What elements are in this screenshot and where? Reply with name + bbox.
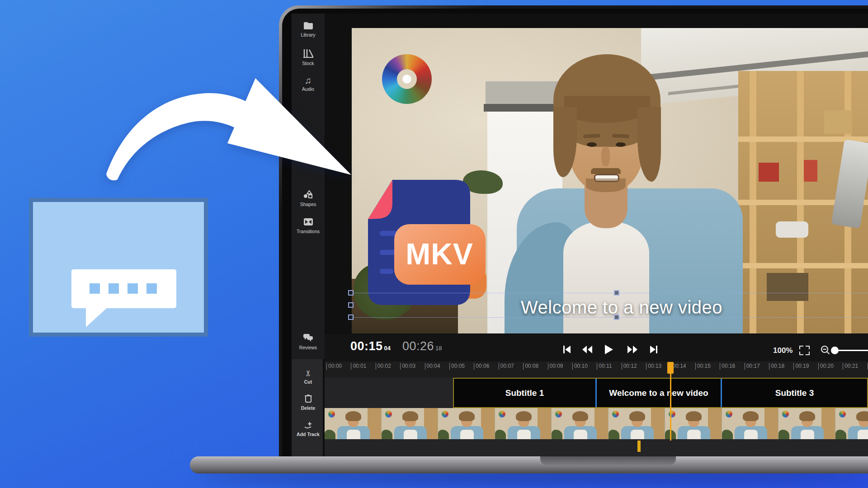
tool-cut[interactable]: ✂ Cut xyxy=(292,368,325,385)
thumb-tshirt xyxy=(574,430,587,439)
thumb-tshirt xyxy=(631,430,644,439)
thumb-color-wheel xyxy=(726,411,732,418)
video-thumbnail[interactable] xyxy=(722,408,779,439)
trash-icon xyxy=(305,394,312,403)
thumb-color-wheel xyxy=(555,411,562,418)
subtitle-clip[interactable]: Welcome to a new video xyxy=(595,379,722,407)
video-track-thumbnails[interactable] xyxy=(325,408,868,439)
selection-handle[interactable] xyxy=(348,302,354,308)
shelf xyxy=(738,263,868,268)
caption-overlay-text[interactable]: Welcome to a new video xyxy=(509,297,735,318)
selection-handle[interactable] xyxy=(614,290,619,296)
video-thumbnail[interactable] xyxy=(495,408,552,439)
shelf-item xyxy=(767,273,808,301)
thumb-color-wheel xyxy=(385,411,392,418)
laptop-base xyxy=(190,456,868,474)
preview-zoom-level[interactable]: 100% xyxy=(773,346,793,355)
thumb-tshirt xyxy=(744,430,758,439)
shelf-item xyxy=(759,163,779,182)
thumb-tshirt xyxy=(404,430,417,439)
eye xyxy=(587,142,597,147)
bookshelf-icon xyxy=(303,49,314,58)
playhead-line[interactable] xyxy=(670,362,671,441)
sidebar-item-label: Reviews xyxy=(292,345,325,350)
thumb-color-wheel xyxy=(442,411,448,418)
video-thumbnail[interactable] xyxy=(438,408,495,439)
sidebar-item-library[interactable]: Library xyxy=(292,22,325,38)
thumb-hair xyxy=(629,411,645,421)
timeline-zoom-slider-track[interactable] xyxy=(835,350,868,351)
thumb-tshirt xyxy=(347,430,360,439)
current-time: 00:15 xyxy=(350,339,383,353)
selection-handle[interactable] xyxy=(348,314,354,320)
timeline-ruler[interactable]: 00:0000:0100:0200:0300:0400:0500:0600:07… xyxy=(326,363,868,370)
sidebar-item-transitions[interactable]: Transitions xyxy=(292,218,325,234)
ruler-tick: 00:17 xyxy=(745,363,769,370)
ruler-tick: 00:00 xyxy=(326,363,351,370)
timeline-zoom-slider-handle[interactable] xyxy=(831,347,839,354)
thumb-plant xyxy=(835,430,846,439)
video-thumbnail[interactable] xyxy=(665,408,722,439)
skip-start-button[interactable] xyxy=(563,346,571,353)
thumb-tshirt xyxy=(460,430,474,439)
sidebar-item-stock[interactable]: Stock xyxy=(292,49,325,66)
tool-label: Delete xyxy=(292,405,325,411)
zoom-out-icon[interactable] xyxy=(820,345,831,356)
ruler-tick: 00:15 xyxy=(695,363,720,370)
subtitle-track: Subtitle 1 Welcome to a new video Subtit… xyxy=(453,378,868,408)
sidebar-item-label: Library xyxy=(292,32,325,38)
sidebar-item-reviews[interactable]: Reviews xyxy=(292,333,325,350)
thumb-hair xyxy=(856,411,868,421)
ruler-tick: 00:12 xyxy=(622,363,646,370)
tool-delete[interactable]: Delete xyxy=(292,394,325,411)
thumb-plant xyxy=(609,430,619,439)
fast-forward-button[interactable] xyxy=(627,346,637,353)
ruler-tick: 00:16 xyxy=(720,363,744,370)
video-thumbnail[interactable] xyxy=(835,408,868,439)
shelf-item xyxy=(776,221,808,238)
thumb-plant xyxy=(778,430,789,439)
thumb-plant xyxy=(382,430,392,439)
play-button[interactable] xyxy=(605,345,613,354)
ruler-tick: 00:04 xyxy=(425,363,449,370)
video-thumbnail[interactable] xyxy=(778,408,835,439)
caption-dashes xyxy=(90,283,157,294)
scroll-position-marker[interactable] xyxy=(637,441,641,452)
playhead-handle[interactable] xyxy=(667,362,674,374)
thumb-color-wheel xyxy=(328,411,335,418)
rewind-button[interactable] xyxy=(582,346,592,353)
ruler-tick: 00:02 xyxy=(376,363,400,370)
video-thumbnail[interactable] xyxy=(609,408,665,439)
video-thumbnail[interactable] xyxy=(552,408,609,439)
scissors-icon: ✂ xyxy=(303,370,313,376)
total-time: 00:26 xyxy=(402,339,434,353)
subtitle-clip[interactable]: Subtitle 1 xyxy=(454,379,595,407)
thumb-plant xyxy=(552,430,562,439)
ruler-tick: 00:20 xyxy=(818,363,843,370)
thumb-color-wheel xyxy=(499,411,505,418)
shelf-item xyxy=(824,110,852,134)
subtitle-file-icon xyxy=(29,198,208,337)
thumb-hair xyxy=(572,411,588,421)
video-thumbnail[interactable] xyxy=(325,408,382,439)
ruler-tick: 00:19 xyxy=(793,363,818,370)
thumb-tshirt xyxy=(801,430,814,439)
thumb-color-wheel xyxy=(782,411,789,418)
ruler-tick: 00:11 xyxy=(597,363,621,370)
ruler-tick: 00:10 xyxy=(572,363,597,370)
skip-end-button[interactable] xyxy=(650,346,657,353)
video-thumbnail[interactable] xyxy=(382,408,439,439)
mustache xyxy=(591,168,621,174)
tool-add-track[interactable]: Add Track xyxy=(292,422,325,437)
fullscreen-button[interactable] xyxy=(799,346,810,355)
marketing-scene: Library Stock ♫ Audio Shapes Transitions… xyxy=(0,0,868,488)
selection-handle[interactable] xyxy=(614,314,619,320)
beard xyxy=(586,178,626,192)
subtitle-clip[interactable]: Subtitle 3 xyxy=(722,379,867,407)
person-hair-side xyxy=(637,107,661,182)
ruler-tick: 00:06 xyxy=(474,363,498,370)
sidebar-item-label: Transitions xyxy=(292,229,325,234)
thumb-plant xyxy=(722,430,733,439)
current-frames: 04 xyxy=(384,345,391,352)
selection-handle[interactable] xyxy=(348,290,354,296)
